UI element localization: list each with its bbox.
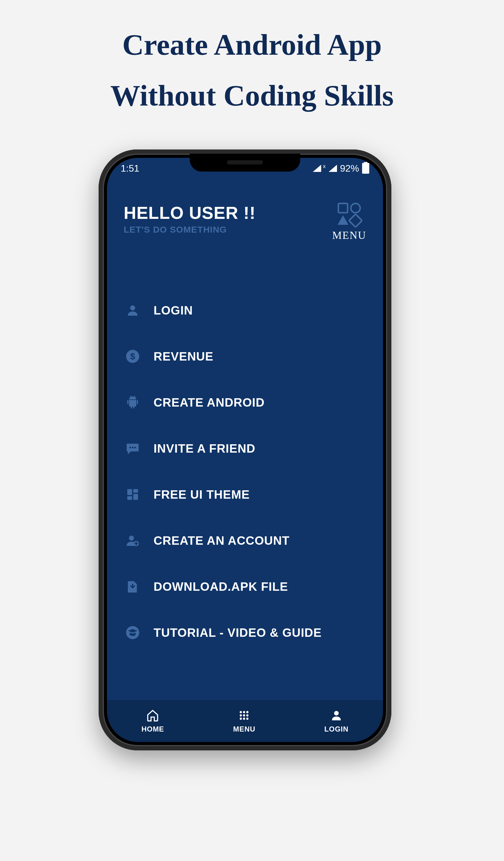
svg-rect-11 [133,489,138,493]
phone-speaker [227,160,263,164]
battery-percent: 92% [340,163,359,174]
add-user-icon [124,532,142,549]
svg-rect-3 [127,400,128,404]
svg-point-24 [243,718,245,720]
svg-point-18 [243,711,245,713]
menu-item-login[interactable]: LOGIN [124,301,366,319]
menu-item-label: REVENUE [154,350,213,363]
svg-point-22 [247,714,249,716]
greeting-subtitle: LET'S DO SOMETHING [124,224,256,235]
app-header: HELLO USER !! LET'S DO SOMETHING MENU [107,203,383,242]
svg-line-5 [130,396,131,397]
menu-item-create-account[interactable]: CREATE AN ACCOUNT [124,532,366,549]
svg-line-6 [134,396,135,397]
menu-item-invite[interactable]: INVITE A FRIEND [124,439,366,457]
greeting-block: HELLO USER !! LET'S DO SOMETHING [124,203,256,235]
android-icon [124,394,142,411]
menu-item-create-android[interactable]: CREATE ANDROID [124,394,366,411]
svg-point-21 [243,714,245,716]
nav-login[interactable]: LOGIN [324,709,349,733]
phone-frame: 1:51 x 92% HELLO USER !! LET'S DO SOMETH… [99,150,391,750]
svg-point-8 [132,447,134,448]
menu-item-label: FREE UI THEME [154,488,250,501]
promo-headline: Create Android App Without Coding Skills [0,28,504,112]
nav-label: HOME [141,725,164,733]
menu-item-download[interactable]: DOWNLOAD.APK FILE [124,577,366,596]
menu-item-label: DOWNLOAD.APK FILE [154,580,288,593]
dots-icon [238,709,251,723]
phone-screen: 1:51 x 92% HELLO USER !! LET'S DO SOMETH… [107,158,383,742]
menu-item-label: INVITE A FRIEND [154,442,255,455]
nav-menu[interactable]: MENU [233,709,255,733]
svg-rect-10 [127,489,132,495]
menu-item-ui-theme[interactable]: FREE UI THEME [124,486,366,504]
svg-point-7 [129,447,131,448]
chat-icon [124,439,142,457]
signal-x-icon: x [323,163,326,169]
svg-text:$: $ [130,351,135,361]
menu-list: LOGIN $ REVENUE CREATE ANDROID INVITE A … [124,301,366,642]
menu-button-label: MENU [332,229,366,242]
svg-rect-13 [127,496,132,500]
menu-button[interactable]: MENU [332,203,366,242]
person-icon [330,709,343,723]
battery-icon [362,163,369,174]
status-right: x 92% [313,163,369,174]
status-time: 1:51 [121,163,139,174]
greeting-title: HELLO USER !! [124,203,256,223]
svg-point-23 [240,718,242,720]
svg-point-19 [247,711,249,713]
nav-home[interactable]: HOME [141,709,164,733]
svg-point-9 [134,447,136,448]
svg-point-26 [334,711,338,715]
menu-item-label: CREATE AN ACCOUNT [154,534,290,547]
signal-icon-2 [328,165,337,172]
menu-item-label: LOGIN [154,304,193,317]
menu-item-revenue[interactable]: $ REVENUE [124,347,366,365]
menu-item-label: TUTORIAL - VIDEO & GUIDE [154,626,322,640]
download-icon [124,577,142,596]
home-icon [146,709,159,723]
person-icon [124,301,142,319]
dollar-icon: $ [124,347,142,365]
headline-line-2: Without Coding Skills [0,79,504,112]
grid-icon [124,486,142,504]
svg-point-14 [129,536,134,541]
menu-item-tutorial[interactable]: TUTORIAL - VIDEO & GUIDE [124,624,366,642]
menu-item-label: CREATE ANDROID [154,396,265,409]
nav-label: LOGIN [324,725,349,733]
signal-icon [313,165,321,172]
svg-rect-4 [137,400,138,404]
headline-line-1: Create Android App [0,28,504,61]
svg-point-17 [240,711,242,713]
svg-point-0 [130,305,135,311]
menu-grid-icon [338,203,361,226]
cap-icon [124,624,142,642]
svg-point-25 [247,718,249,720]
bottom-nav: HOME MENU LOGIN [107,700,383,742]
nav-label: MENU [233,725,255,733]
svg-rect-12 [133,494,138,500]
svg-point-20 [240,714,242,716]
